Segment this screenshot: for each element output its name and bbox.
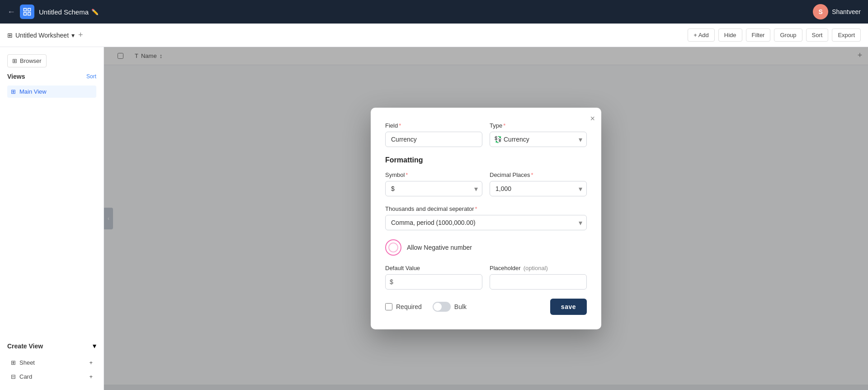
field-required-star: * xyxy=(399,122,401,129)
separator-select[interactable]: Comma, period (1000,000.00) xyxy=(385,215,587,230)
default-value-input[interactable] xyxy=(385,274,482,290)
browser-icon: ⊞ xyxy=(12,57,17,64)
allow-negative-toggle[interactable] xyxy=(385,239,401,256)
symbol-required-star: * xyxy=(406,171,408,178)
avatar: S xyxy=(813,4,828,19)
sidebar: ⊞ Browser Views Sort ⊞ Main View Create … xyxy=(0,47,104,390)
edit-icon[interactable]: ✏️ xyxy=(91,9,99,15)
chevron-down-icon: ▾ xyxy=(71,32,75,39)
default-value-label-text: Default Value xyxy=(385,265,420,271)
export-button[interactable]: Export xyxy=(832,29,861,42)
create-view-header[interactable]: Create View ▾ xyxy=(7,339,96,353)
symbol-field: Symbol * $ xyxy=(385,171,482,196)
symbol-decimal-row: Symbol * $ Decimal Places xyxy=(385,171,587,196)
schema-title: Untitled Schema ✏️ xyxy=(39,8,99,16)
placeholder-optional-text: (optional) xyxy=(524,265,548,271)
formatting-section: Formatting Symbol * $ xyxy=(385,156,587,256)
decimal-label: Decimal Places * xyxy=(490,171,587,178)
modal-close-button[interactable]: × xyxy=(590,114,595,124)
worksheet-tab[interactable]: ⊞ Untitled Worksheet ▾ xyxy=(7,32,75,39)
main-view-label: Main View xyxy=(19,88,47,95)
grid-icon: ⊞ xyxy=(7,32,13,39)
field-label: Field * xyxy=(385,122,482,129)
sort-button[interactable]: Sort xyxy=(806,29,829,42)
symbol-select-wrapper: $ xyxy=(385,181,482,196)
field-name-input[interactable] xyxy=(385,132,482,147)
type-label: Type * xyxy=(490,122,587,129)
default-input-prefix: $ xyxy=(390,278,393,285)
schema-icon xyxy=(20,5,34,19)
browser-label: Browser xyxy=(20,57,42,64)
separator-label-text: Thousands and decimal seperator xyxy=(385,205,474,212)
card-icon: ⊟ xyxy=(11,373,16,380)
svg-rect-2 xyxy=(24,13,27,15)
hide-button[interactable]: Hide xyxy=(718,29,742,42)
back-button[interactable]: ← xyxy=(7,7,15,17)
decimal-select-wrapper: 1,000 xyxy=(490,181,587,196)
add-sheet-icon[interactable]: + xyxy=(89,359,93,366)
bulk-label: Bulk xyxy=(454,303,467,310)
views-sort-button[interactable]: Sort xyxy=(86,73,96,80)
required-label: Required xyxy=(396,303,422,310)
views-label: Views xyxy=(7,73,25,80)
sidebar-item-card[interactable]: ⊟ Card + xyxy=(7,371,96,383)
type-required-star: * xyxy=(503,122,505,129)
placeholder-label-text: Placeholder xyxy=(490,265,521,271)
sheet-item-left: ⊞ Sheet xyxy=(11,359,35,366)
placeholder-field: Placeholder (optional) xyxy=(490,265,587,290)
sidebar-item-main-view[interactable]: ⊞ Main View xyxy=(7,86,96,98)
add-tab-button[interactable]: + xyxy=(78,30,83,40)
chevron-down-icon: ▾ xyxy=(93,342,96,350)
username: Shantveer xyxy=(832,8,861,15)
modal-overlay[interactable]: × Field * Type * xyxy=(104,47,868,390)
symbol-label-text: Symbol xyxy=(385,171,405,178)
sheet-label: Sheet xyxy=(19,359,35,366)
separator-select-wrapper: Comma, period (1000,000.00) xyxy=(385,215,587,230)
svg-rect-0 xyxy=(24,9,27,11)
allow-negative-row: Allow Negative number xyxy=(385,239,587,256)
top-nav-right: S Shantveer xyxy=(813,4,861,19)
separator-required-star: * xyxy=(475,205,477,212)
placeholder-label: Placeholder (optional) xyxy=(490,265,587,271)
field-type-row: Field * Type * 💱 Currency xyxy=(385,122,587,147)
grid-view-icon: ⊞ xyxy=(11,88,16,95)
worksheet-label: Untitled Worksheet xyxy=(15,32,69,39)
create-view-items: ⊞ Sheet + ⊟ Card + xyxy=(7,357,96,383)
separator-label: Thousands and decimal seperator * xyxy=(385,205,587,212)
add-card-icon[interactable]: + xyxy=(89,373,93,380)
required-checkbox[interactable] xyxy=(385,303,392,310)
default-value-label: Default Value xyxy=(385,265,482,271)
toolbar: ⊞ Untitled Worksheet ▾ + + Add Hide Filt… xyxy=(0,24,868,47)
placeholder-input[interactable] xyxy=(490,274,587,290)
decimal-field: Decimal Places * 1,000 xyxy=(490,171,587,196)
field-name-field: Field * xyxy=(385,122,482,147)
bulk-toggle[interactable] xyxy=(433,302,451,312)
svg-rect-1 xyxy=(28,9,31,11)
group-button[interactable]: Group xyxy=(774,29,802,42)
decimal-label-text: Decimal Places xyxy=(490,171,530,178)
sidebar-bottom: Create View ▾ ⊞ Sheet + ⊟ Card + xyxy=(7,339,96,383)
create-view-label: Create View xyxy=(7,342,43,350)
default-input-wrapper: $ xyxy=(385,274,482,290)
schema-title-text: Untitled Schema xyxy=(39,8,89,16)
type-select[interactable]: Currency xyxy=(490,132,587,147)
sidebar-item-sheet[interactable]: ⊞ Sheet + xyxy=(7,357,96,369)
field-modal: × Field * Type * xyxy=(371,108,601,329)
sheet-icon: ⊞ xyxy=(11,359,16,366)
content-area: T Name ↕ + ‹ × Field * xyxy=(104,47,868,390)
add-button[interactable]: + Add xyxy=(688,29,715,42)
filter-button[interactable]: Filter xyxy=(746,29,771,42)
top-nav-left: ← Untitled Schema ✏️ xyxy=(7,5,807,19)
views-header: Views Sort xyxy=(7,73,96,80)
browser-button[interactable]: ⊞ Browser xyxy=(7,54,47,67)
currency-type-icon: 💱 xyxy=(494,136,502,143)
card-item-left: ⊟ Card xyxy=(11,373,32,380)
save-button[interactable]: save xyxy=(550,299,587,315)
required-row: Required xyxy=(385,303,422,310)
default-placeholder-row: Default Value $ Placeholder (optional) xyxy=(385,265,587,290)
type-label-text: Type xyxy=(490,122,502,129)
bottom-row: Required Bulk save xyxy=(385,299,587,315)
symbol-select[interactable]: $ xyxy=(385,181,482,196)
field-label-text: Field xyxy=(385,122,398,129)
decimal-select[interactable]: 1,000 xyxy=(490,181,587,196)
